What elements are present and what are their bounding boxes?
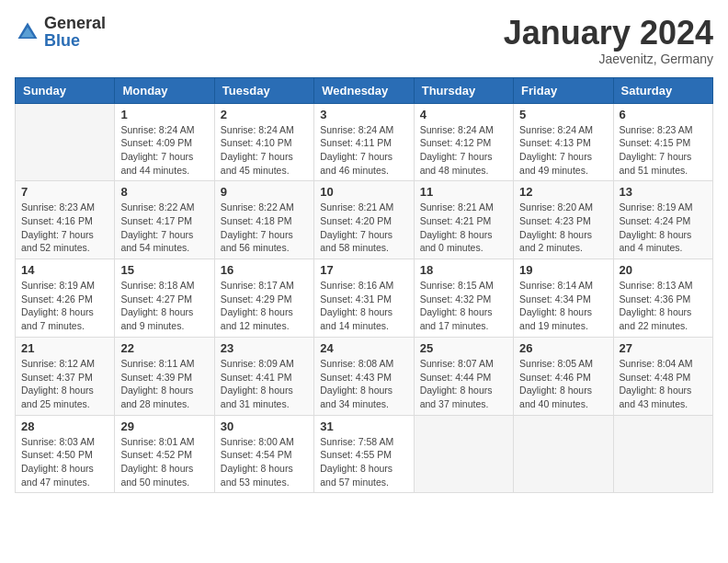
day-number: 4 [420, 108, 507, 121]
day-number: 18 [420, 263, 507, 277]
day-cell: 5Sunrise: 8:24 AM Sunset: 4:13 PM Daylig… [514, 103, 613, 181]
day-number: 30 [221, 419, 308, 433]
day-info: Sunrise: 8:16 AM Sunset: 4:31 PM Dayligh… [320, 279, 407, 333]
month-title: January 2024 [504, 15, 713, 52]
day-info: Sunrise: 8:21 AM Sunset: 4:20 PM Dayligh… [320, 201, 407, 255]
day-cell: 20Sunrise: 8:13 AM Sunset: 4:36 PM Dayli… [613, 259, 712, 338]
day-number: 20 [620, 263, 707, 277]
day-info: Sunrise: 8:00 AM Sunset: 4:54 PM Dayligh… [221, 435, 308, 489]
day-cell: 21Sunrise: 8:12 AM Sunset: 4:37 PM Dayli… [16, 337, 115, 415]
day-info: Sunrise: 8:24 AM Sunset: 4:10 PM Dayligh… [221, 123, 308, 178]
week-row-1: 7Sunrise: 8:23 AM Sunset: 4:16 PM Daylig… [16, 181, 713, 259]
day-number: 28 [21, 419, 108, 433]
day-cell: 25Sunrise: 8:07 AM Sunset: 4:44 PM Dayli… [414, 337, 513, 415]
day-number: 16 [221, 263, 308, 277]
day-info: Sunrise: 8:05 AM Sunset: 4:46 PM Dayligh… [519, 357, 607, 411]
week-row-4: 28Sunrise: 8:03 AM Sunset: 4:50 PM Dayli… [16, 415, 713, 493]
day-cell: 26Sunrise: 8:05 AM Sunset: 4:46 PM Dayli… [514, 337, 613, 415]
day-info: Sunrise: 8:24 AM Sunset: 4:11 PM Dayligh… [320, 123, 407, 178]
day-header-saturday: Saturday [613, 77, 712, 103]
day-cell: 19Sunrise: 8:14 AM Sunset: 4:34 PM Dayli… [514, 259, 613, 338]
day-number: 29 [120, 419, 208, 433]
logo-general: General [44, 14, 106, 32]
day-number: 23 [221, 341, 308, 355]
day-info: Sunrise: 8:23 AM Sunset: 4:15 PM Dayligh… [620, 123, 707, 178]
day-number: 10 [320, 185, 407, 199]
week-row-2: 14Sunrise: 8:19 AM Sunset: 4:26 PM Dayli… [16, 259, 713, 338]
day-number: 17 [320, 263, 407, 277]
day-cell: 14Sunrise: 8:19 AM Sunset: 4:26 PM Dayli… [16, 259, 115, 338]
day-number: 1 [120, 108, 208, 121]
day-info: Sunrise: 8:24 AM Sunset: 4:12 PM Dayligh… [420, 123, 507, 178]
day-number: 31 [320, 419, 407, 433]
day-cell: 28Sunrise: 8:03 AM Sunset: 4:50 PM Dayli… [16, 415, 115, 493]
day-cell [16, 103, 115, 181]
day-number: 15 [120, 263, 208, 277]
week-row-0: 1Sunrise: 8:24 AM Sunset: 4:09 PM Daylig… [16, 103, 713, 181]
day-info: Sunrise: 8:04 AM Sunset: 4:48 PM Dayligh… [620, 357, 707, 411]
day-cell: 7Sunrise: 8:23 AM Sunset: 4:16 PM Daylig… [16, 181, 115, 259]
day-number: 22 [120, 341, 208, 355]
day-number: 24 [320, 341, 407, 355]
day-cell: 17Sunrise: 8:16 AM Sunset: 4:31 PM Dayli… [314, 259, 414, 338]
day-header-wednesday: Wednesday [314, 77, 414, 103]
day-cell: 8Sunrise: 8:22 AM Sunset: 4:17 PM Daylig… [115, 181, 214, 259]
day-cell: 31Sunrise: 7:58 AM Sunset: 4:55 PM Dayli… [314, 415, 414, 493]
day-info: Sunrise: 8:20 AM Sunset: 4:23 PM Dayligh… [519, 201, 607, 255]
day-cell: 18Sunrise: 8:15 AM Sunset: 4:32 PM Dayli… [414, 259, 513, 338]
day-number: 25 [420, 341, 507, 355]
day-header-sunday: Sunday [16, 77, 115, 103]
calendar-body: 1Sunrise: 8:24 AM Sunset: 4:09 PM Daylig… [16, 103, 713, 493]
day-number: 21 [21, 341, 108, 355]
day-cell: 27Sunrise: 8:04 AM Sunset: 4:48 PM Dayli… [613, 337, 712, 415]
logo: General Blue [15, 15, 106, 50]
logo-icon [15, 19, 40, 45]
day-number: 13 [620, 185, 707, 199]
day-info: Sunrise: 8:22 AM Sunset: 4:18 PM Dayligh… [221, 201, 308, 255]
day-info: Sunrise: 8:21 AM Sunset: 4:21 PM Dayligh… [420, 201, 507, 255]
location-subtitle: Jaevenitz, Germany [504, 52, 713, 66]
day-info: Sunrise: 8:07 AM Sunset: 4:44 PM Dayligh… [420, 357, 507, 411]
day-cell: 29Sunrise: 8:01 AM Sunset: 4:52 PM Dayli… [115, 415, 214, 493]
day-cell: 12Sunrise: 8:20 AM Sunset: 4:23 PM Dayli… [514, 181, 613, 259]
day-info: Sunrise: 8:13 AM Sunset: 4:36 PM Dayligh… [620, 279, 707, 333]
day-number: 19 [519, 263, 607, 277]
day-header-monday: Monday [115, 77, 214, 103]
logo-text: General Blue [44, 15, 106, 50]
day-info: Sunrise: 8:19 AM Sunset: 4:24 PM Dayligh… [620, 201, 707, 255]
day-number: 3 [320, 108, 407, 121]
day-cell: 3Sunrise: 8:24 AM Sunset: 4:11 PM Daylig… [314, 103, 414, 181]
day-info: Sunrise: 8:18 AM Sunset: 4:27 PM Dayligh… [120, 279, 208, 333]
day-number: 8 [120, 185, 208, 199]
day-cell: 30Sunrise: 8:00 AM Sunset: 4:54 PM Dayli… [214, 415, 313, 493]
day-info: Sunrise: 8:17 AM Sunset: 4:29 PM Dayligh… [221, 279, 308, 333]
day-info: Sunrise: 8:03 AM Sunset: 4:50 PM Dayligh… [21, 435, 108, 489]
day-cell [514, 415, 613, 493]
day-cell: 4Sunrise: 8:24 AM Sunset: 4:12 PM Daylig… [414, 103, 513, 181]
day-header-thursday: Thursday [414, 77, 513, 103]
day-number: 11 [420, 185, 507, 199]
day-number: 5 [519, 108, 607, 121]
day-cell: 9Sunrise: 8:22 AM Sunset: 4:18 PM Daylig… [214, 181, 313, 259]
day-info: Sunrise: 7:58 AM Sunset: 4:55 PM Dayligh… [320, 435, 407, 489]
day-cell: 24Sunrise: 8:08 AM Sunset: 4:43 PM Dayli… [314, 337, 414, 415]
day-cell [414, 415, 513, 493]
day-number: 12 [519, 185, 607, 199]
day-number: 26 [519, 341, 607, 355]
day-info: Sunrise: 8:08 AM Sunset: 4:43 PM Dayligh… [320, 357, 407, 411]
day-cell: 1Sunrise: 8:24 AM Sunset: 4:09 PM Daylig… [115, 103, 214, 181]
day-info: Sunrise: 8:22 AM Sunset: 4:17 PM Dayligh… [120, 201, 208, 255]
day-cell [613, 415, 712, 493]
day-number: 7 [21, 185, 108, 199]
day-info: Sunrise: 8:12 AM Sunset: 4:37 PM Dayligh… [21, 357, 108, 411]
day-cell: 16Sunrise: 8:17 AM Sunset: 4:29 PM Dayli… [214, 259, 313, 338]
day-info: Sunrise: 8:01 AM Sunset: 4:52 PM Dayligh… [120, 435, 208, 489]
day-cell: 23Sunrise: 8:09 AM Sunset: 4:41 PM Dayli… [214, 337, 313, 415]
days-header-row: SundayMondayTuesdayWednesdayThursdayFrid… [16, 77, 713, 103]
day-info: Sunrise: 8:09 AM Sunset: 4:41 PM Dayligh… [221, 357, 308, 411]
day-cell: 11Sunrise: 8:21 AM Sunset: 4:21 PM Dayli… [414, 181, 513, 259]
week-row-3: 21Sunrise: 8:12 AM Sunset: 4:37 PM Dayli… [16, 337, 713, 415]
day-number: 2 [221, 108, 308, 121]
day-info: Sunrise: 8:23 AM Sunset: 4:16 PM Dayligh… [21, 201, 108, 255]
day-header-friday: Friday [514, 77, 613, 103]
